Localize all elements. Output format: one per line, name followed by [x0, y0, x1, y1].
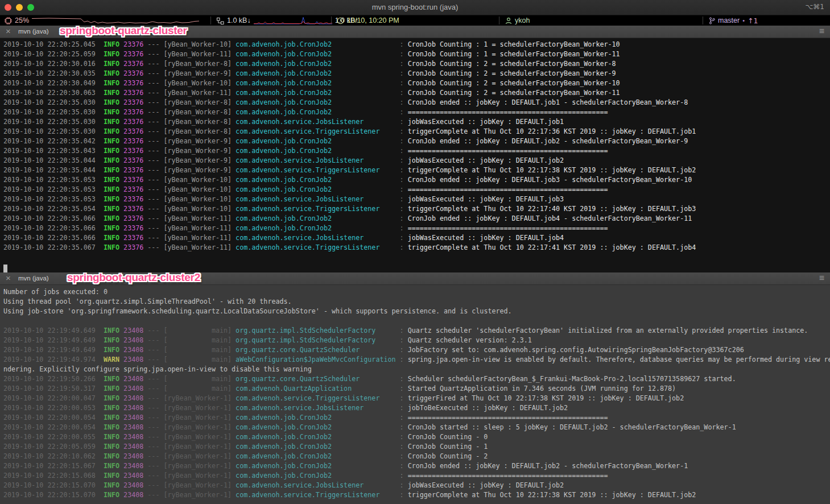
log-line: 2019-10-10 22:20:25.059INFO23376---[yBea… [3, 49, 830, 59]
network-graph [254, 16, 332, 24]
cpu-percent: 25% [15, 16, 29, 24]
log-line: Number of jobs executed: 0 [3, 287, 830, 297]
log-line: 2019-10-10 22:20:35.030INFO23376---[ryBe… [3, 117, 830, 127]
log-line: 2019-10-10 22:20:00.047INFO23408---[ryBe… [3, 394, 830, 403]
log-line: 2019-10-10 22:19:50.317INFO23408---[ mai… [3, 384, 830, 394]
cpu-graph [32, 16, 199, 24]
pane2-menu-icon[interactable]: ≡ [819, 273, 824, 283]
git-branch-icon [709, 17, 715, 24]
pane2-annotation: springboot-quartz-cluster2 [67, 271, 200, 284]
statusbar-separator [499, 16, 499, 24]
terminal-cursor-active [3, 265, 7, 272]
log-line: Using thread pool 'org.quartz.simpl.Simp… [3, 297, 830, 307]
window-titlebar[interactable]: mvn spring-boot:run (java) ⌥⌘1 [0, 0, 830, 15]
log-line: 2019-10-10 22:19:49.649INFO23408---[ mai… [3, 326, 830, 336]
log-line: 2019-10-10 22:20:15.067INFO23408---[ryBe… [3, 461, 830, 471]
log-line: 2019-10-10 22:20:35.042INFO23376---[ryBe… [3, 137, 830, 146]
username-label: ykoh [515, 16, 530, 24]
log-line: 2019-10-10 22:19:50.266INFO23408---[ mai… [3, 374, 830, 384]
log-line: 2019-10-10 22:20:35.053INFO23376---[yBea… [3, 185, 830, 195]
network-icon [217, 17, 224, 24]
log-line: 2019-10-10 22:20:35.054INFO23376---[yBea… [3, 204, 830, 214]
statusbar-separator [210, 16, 211, 24]
cpu-icon [5, 17, 12, 24]
log-line: 2019-10-10 22:20:00.054INFO23408---[ryBe… [3, 413, 830, 423]
log-line: 2019-10-10 22:20:00.053INFO23408---[ryBe… [3, 403, 830, 413]
git-status[interactable]: master • ↑1 [709, 15, 758, 26]
git-branch-label: master [718, 16, 740, 24]
statusbar-separator [331, 16, 332, 24]
log-line: 2019-10-10 22:19:49.649INFO23408---[ mai… [3, 336, 830, 345]
log-line: 2019-10-10 22:20:15.070INFO23408---[ryBe… [3, 490, 830, 500]
user-icon [505, 17, 512, 24]
log-line: 2019-10-10 22:20:35.067INFO23376---[yBea… [3, 243, 830, 253]
log-line: 2019-10-10 22:20:30.063INFO23376---[yBea… [3, 88, 830, 98]
log-line: 2019-10-10 22:20:35.030INFO23376---[ryBe… [3, 108, 830, 117]
datetime-label: 10/10, 10:20 PM [347, 16, 399, 24]
log-line: 2019-10-10 22:20:35.066INFO23376---[yBea… [3, 214, 830, 224]
log-line: 2019-10-10 22:20:15.070INFO23408---[ryBe… [3, 481, 830, 490]
log-line: 2019-10-10 22:20:35.044INFO23376---[ryBe… [3, 166, 830, 175]
terminal-output-1[interactable]: 2019-10-10 22:20:25.045INFO23376---[yBea… [0, 38, 830, 263]
log-line: 2019-10-10 22:20:25.045INFO23376---[yBea… [3, 40, 830, 49]
clock-status[interactable]: 10/10, 10:20 PM [337, 15, 399, 26]
log-line: 2019-10-10 22:19:49.974WARN23408---[ mai… [3, 355, 830, 365]
log-line: 2019-10-10 22:20:30.016INFO23376---[ryBe… [3, 59, 830, 69]
log-line: 2019-10-10 22:20:35.030INFO23376---[ryBe… [3, 127, 830, 137]
pane1-close-icon[interactable]: × [6, 26, 11, 36]
pane1-annotation: springboot-quartz-cluster [60, 24, 187, 37]
statusbar-separator [703, 16, 703, 24]
log-line: 2019-10-10 22:20:35.030INFO23376---[ryBe… [3, 98, 830, 108]
git-dirty-dot: • [742, 17, 745, 24]
pane2-title: mvn (java) [18, 275, 49, 282]
log-line: 2019-10-10 22:20:35.044INFO23376---[ryBe… [3, 156, 830, 166]
log-line: 2019-10-10 22:20:35.066INFO23376---[yBea… [3, 224, 830, 233]
log-line: 2019-10-10 22:20:35.053INFO23376---[yBea… [3, 175, 830, 185]
log-line: 2019-10-10 22:19:49.649INFO23408---[ mai… [3, 345, 830, 355]
window-title: mvn spring-boot:run (java) [0, 3, 830, 11]
clock-icon [337, 17, 344, 24]
user-status[interactable]: ykoh [505, 15, 530, 26]
log-line: 2019-10-10 22:20:30.049INFO23376---[yBea… [3, 79, 830, 88]
log-line: Using job-store 'org.springframework.sch… [3, 307, 830, 316]
window-shortcut-label: ⌥⌘1 [806, 3, 824, 11]
git-ahead-count: ↑1 [748, 16, 758, 25]
pane2-close-icon[interactable]: × [6, 273, 11, 283]
log-line: 2019-10-10 22:20:10.062INFO23408---[ryBe… [3, 452, 830, 461]
log-line: 2019-10-10 22:20:00.055INFO23408---[ryBe… [3, 432, 830, 442]
terminal-output-2[interactable]: Number of jobs executed: 0 Using thread … [0, 285, 830, 504]
log-line: 2019-10-10 22:20:30.035INFO23376---[ryBe… [3, 69, 830, 79]
log-line: 2019-10-10 22:20:35.053INFO23376---[yBea… [3, 195, 830, 204]
pane1-title: mvn (java) [18, 28, 49, 35]
log-line: 2019-10-10 22:20:35.043INFO23376---[ryBe… [3, 146, 830, 156]
pane1-header[interactable]: × mvn (java) springboot-quartz-cluster ≡ [0, 26, 830, 38]
log-line: 2019-10-10 22:20:35.066INFO23376---[yBea… [3, 233, 830, 243]
log-line: ndering. Explicitly configure spring.jpa… [3, 365, 830, 374]
log-line: 2019-10-10 22:20:05.059INFO23408---[ryBe… [3, 442, 830, 452]
log-line: 2019-10-10 22:20:15.068INFO23408---[ryBe… [3, 471, 830, 481]
log-line [3, 316, 830, 326]
log-line: 2019-10-10 22:20:00.054INFO23408---[ryBe… [3, 423, 830, 432]
pane2-header[interactable]: × mvn (java) springboot-quartz-cluster2 … [0, 272, 830, 285]
pane1-menu-icon[interactable]: ≡ [819, 26, 824, 36]
network-down-rate: 1.0 kB↓ [227, 16, 251, 24]
